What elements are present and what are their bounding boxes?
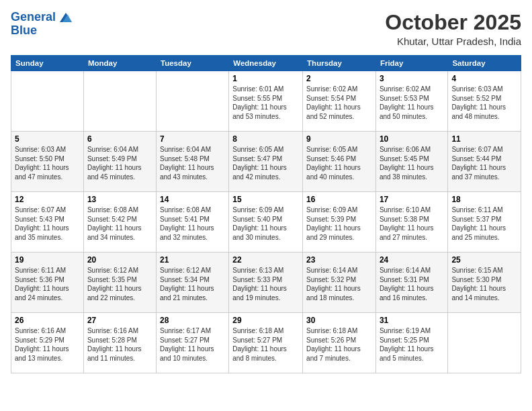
- day-number: 29: [232, 316, 299, 325]
- day-number: 3: [380, 74, 445, 83]
- calendar-cell: 12Sunrise: 6:07 AM Sunset: 5:43 PM Dayli…: [11, 192, 84, 253]
- calendar-cell: 19Sunrise: 6:11 AM Sunset: 5:36 PM Dayli…: [11, 253, 84, 313]
- calendar-cell: 14Sunrise: 6:08 AM Sunset: 5:41 PM Dayli…: [156, 192, 228, 253]
- page-header: General Blue October 2025 Khutar, Uttar …: [11, 11, 521, 47]
- day-number: 27: [87, 316, 152, 325]
- day-number: 20: [87, 255, 152, 265]
- day-info: Sunrise: 6:16 AM Sunset: 5:29 PM Dayligh…: [15, 326, 80, 363]
- location: Khutar, Uttar Pradesh, India: [385, 36, 521, 47]
- day-number: 1: [232, 74, 299, 83]
- calendar-week-row: 12Sunrise: 6:07 AM Sunset: 5:43 PM Dayli…: [11, 192, 521, 253]
- day-info: Sunrise: 6:15 AM Sunset: 5:30 PM Dayligh…: [451, 266, 517, 302]
- day-number: 14: [160, 195, 225, 204]
- calendar-week-row: 19Sunrise: 6:11 AM Sunset: 5:36 PM Dayli…: [11, 253, 521, 313]
- day-info: Sunrise: 6:12 AM Sunset: 5:35 PM Dayligh…: [87, 266, 152, 302]
- day-number: 21: [160, 255, 225, 265]
- day-info: Sunrise: 6:08 AM Sunset: 5:42 PM Dayligh…: [87, 205, 152, 242]
- calendar-cell: 5Sunrise: 6:03 AM Sunset: 5:50 PM Daylig…: [11, 132, 84, 192]
- day-number: 30: [306, 316, 372, 325]
- header-thursday: Thursday: [303, 56, 376, 71]
- day-info: Sunrise: 6:17 AM Sunset: 5:27 PM Dayligh…: [160, 326, 225, 363]
- day-number: 5: [15, 134, 80, 144]
- day-info: Sunrise: 6:04 AM Sunset: 5:49 PM Dayligh…: [87, 145, 152, 181]
- day-number: 26: [15, 316, 80, 325]
- calendar-cell: 30Sunrise: 6:18 AM Sunset: 5:26 PM Dayli…: [303, 313, 376, 373]
- calendar-cell: 31Sunrise: 6:19 AM Sunset: 5:25 PM Dayli…: [375, 313, 448, 373]
- day-number: 16: [306, 195, 372, 204]
- day-number: 15: [232, 195, 299, 204]
- calendar-cell: 13Sunrise: 6:08 AM Sunset: 5:42 PM Dayli…: [83, 192, 156, 253]
- calendar-cell: 11Sunrise: 6:07 AM Sunset: 5:44 PM Dayli…: [448, 132, 521, 192]
- calendar-cell: 15Sunrise: 6:09 AM Sunset: 5:40 PM Dayli…: [229, 192, 303, 253]
- day-number: 28: [160, 316, 225, 325]
- calendar-cell: 28Sunrise: 6:17 AM Sunset: 5:27 PM Dayli…: [156, 313, 228, 373]
- calendar-cell: 9Sunrise: 6:05 AM Sunset: 5:46 PM Daylig…: [303, 132, 376, 192]
- day-info: Sunrise: 6:10 AM Sunset: 5:38 PM Dayligh…: [380, 205, 445, 242]
- day-info: Sunrise: 6:02 AM Sunset: 5:53 PM Dayligh…: [380, 85, 445, 121]
- day-number: 22: [232, 255, 299, 265]
- day-number: 24: [380, 255, 445, 265]
- header-sunday: Sunday: [11, 56, 84, 71]
- calendar-table: SundayMondayTuesdayWednesdayThursdayFrid…: [11, 55, 521, 373]
- day-info: Sunrise: 6:11 AM Sunset: 5:36 PM Dayligh…: [15, 266, 80, 302]
- day-info: Sunrise: 6:14 AM Sunset: 5:32 PM Dayligh…: [306, 266, 372, 302]
- calendar-week-row: 26Sunrise: 6:16 AM Sunset: 5:29 PM Dayli…: [11, 313, 521, 373]
- day-number: 12: [15, 195, 80, 204]
- calendar-cell: 10Sunrise: 6:06 AM Sunset: 5:45 PM Dayli…: [375, 132, 448, 192]
- day-number: 9: [306, 134, 372, 144]
- title-block: October 2025 Khutar, Uttar Pradesh, Indi…: [385, 11, 521, 47]
- day-info: Sunrise: 6:19 AM Sunset: 5:25 PM Dayligh…: [380, 326, 445, 363]
- day-info: Sunrise: 6:09 AM Sunset: 5:40 PM Dayligh…: [232, 205, 299, 242]
- calendar-cell: 27Sunrise: 6:16 AM Sunset: 5:28 PM Dayli…: [83, 313, 156, 373]
- calendar-cell: 2Sunrise: 6:02 AM Sunset: 5:54 PM Daylig…: [303, 71, 376, 132]
- day-info: Sunrise: 6:18 AM Sunset: 5:26 PM Dayligh…: [306, 326, 372, 363]
- calendar-cell: 25Sunrise: 6:15 AM Sunset: 5:30 PM Dayli…: [448, 253, 521, 313]
- day-info: Sunrise: 6:04 AM Sunset: 5:48 PM Dayligh…: [160, 145, 225, 181]
- day-info: Sunrise: 6:07 AM Sunset: 5:44 PM Dayligh…: [451, 145, 517, 181]
- calendar-header-row: SundayMondayTuesdayWednesdayThursdayFrid…: [11, 56, 521, 71]
- day-info: Sunrise: 6:05 AM Sunset: 5:47 PM Dayligh…: [232, 145, 299, 181]
- day-number: 4: [451, 74, 517, 83]
- day-info: Sunrise: 6:08 AM Sunset: 5:41 PM Dayligh…: [160, 205, 225, 242]
- day-info: Sunrise: 6:11 AM Sunset: 5:37 PM Dayligh…: [451, 205, 517, 242]
- calendar-cell: 8Sunrise: 6:05 AM Sunset: 5:47 PM Daylig…: [229, 132, 303, 192]
- day-number: 2: [306, 74, 372, 83]
- day-info: Sunrise: 6:14 AM Sunset: 5:31 PM Dayligh…: [380, 266, 445, 302]
- calendar-cell: 3Sunrise: 6:02 AM Sunset: 5:53 PM Daylig…: [375, 71, 448, 132]
- calendar-cell: 24Sunrise: 6:14 AM Sunset: 5:31 PM Dayli…: [375, 253, 448, 313]
- day-number: 18: [451, 195, 517, 204]
- calendar-cell: 29Sunrise: 6:18 AM Sunset: 5:27 PM Dayli…: [229, 313, 303, 373]
- header-saturday: Saturday: [448, 56, 521, 71]
- logo-icon: [60, 13, 72, 22]
- calendar-cell: 4Sunrise: 6:03 AM Sunset: 5:52 PM Daylig…: [448, 71, 521, 132]
- day-number: 19: [15, 255, 80, 265]
- calendar-cell: 22Sunrise: 6:13 AM Sunset: 5:33 PM Dayli…: [229, 253, 303, 313]
- day-number: 8: [232, 134, 299, 144]
- day-number: 25: [451, 255, 517, 265]
- day-number: 17: [380, 195, 445, 204]
- day-number: 10: [380, 134, 445, 144]
- calendar-cell: 20Sunrise: 6:12 AM Sunset: 5:35 PM Dayli…: [83, 253, 156, 313]
- calendar-cell: 1Sunrise: 6:01 AM Sunset: 5:55 PM Daylig…: [229, 71, 303, 132]
- calendar-cell: 18Sunrise: 6:11 AM Sunset: 5:37 PM Dayli…: [448, 192, 521, 253]
- day-info: Sunrise: 6:13 AM Sunset: 5:33 PM Dayligh…: [232, 266, 299, 302]
- calendar-cell: [83, 71, 156, 132]
- calendar-cell: 16Sunrise: 6:09 AM Sunset: 5:39 PM Dayli…: [303, 192, 376, 253]
- day-info: Sunrise: 6:01 AM Sunset: 5:55 PM Dayligh…: [232, 85, 299, 121]
- calendar-cell: 23Sunrise: 6:14 AM Sunset: 5:32 PM Dayli…: [303, 253, 376, 313]
- calendar-cell: 17Sunrise: 6:10 AM Sunset: 5:38 PM Dayli…: [375, 192, 448, 253]
- day-number: 11: [451, 134, 517, 144]
- day-info: Sunrise: 6:18 AM Sunset: 5:27 PM Dayligh…: [232, 326, 299, 363]
- logo: General Blue: [11, 11, 72, 38]
- day-number: 23: [306, 255, 372, 265]
- calendar-week-row: 1Sunrise: 6:01 AM Sunset: 5:55 PM Daylig…: [11, 71, 521, 132]
- day-info: Sunrise: 6:06 AM Sunset: 5:45 PM Dayligh…: [380, 145, 445, 181]
- day-info: Sunrise: 6:07 AM Sunset: 5:43 PM Dayligh…: [15, 205, 80, 242]
- calendar-cell: [156, 71, 228, 132]
- header-tuesday: Tuesday: [156, 56, 228, 71]
- calendar-cell: 7Sunrise: 6:04 AM Sunset: 5:48 PM Daylig…: [156, 132, 228, 192]
- day-number: 6: [87, 134, 152, 144]
- day-info: Sunrise: 6:05 AM Sunset: 5:46 PM Dayligh…: [306, 145, 372, 181]
- day-number: 13: [87, 195, 152, 204]
- calendar-cell: 26Sunrise: 6:16 AM Sunset: 5:29 PM Dayli…: [11, 313, 84, 373]
